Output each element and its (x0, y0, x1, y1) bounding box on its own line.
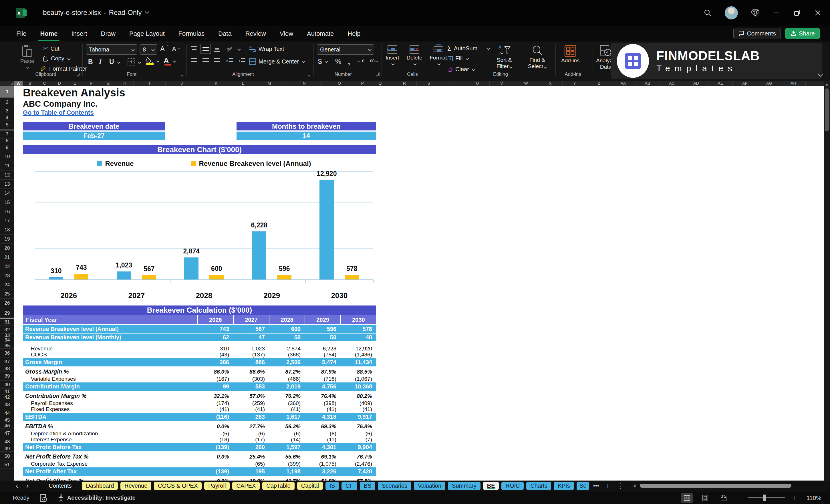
sheet-tab-roic[interactable]: ROIC (501, 482, 524, 490)
horizontal-align-buttons[interactable] (190, 58, 221, 64)
cell[interactable]: (7) (340, 437, 376, 443)
row-header-23[interactable]: 23 (0, 271, 14, 280)
read-only-label[interactable]: Read-Only (109, 8, 142, 17)
cell[interactable]: (6) (340, 431, 376, 437)
cell[interactable]: (116) (197, 414, 233, 420)
menu-tab-draw[interactable]: Draw (100, 29, 116, 39)
merge-center-button[interactable]: Merge & Center (249, 58, 305, 65)
column-header-AB[interactable]: AB (636, 81, 660, 86)
cell[interactable]: 56.3% (269, 423, 305, 430)
cell[interactable]: (14) (269, 437, 305, 443)
row-header-24[interactable]: 24 (0, 280, 14, 289)
cell[interactable]: 32.1% (197, 393, 233, 399)
row-header-10[interactable]: 10 (0, 152, 14, 161)
cell[interactable]: 12,920 (340, 346, 376, 352)
cell[interactable]: 25.4% (233, 454, 269, 460)
cell[interactable]: 9,917 (340, 414, 376, 420)
cell[interactable]: 27.7% (233, 423, 269, 430)
cell[interactable]: (6) (305, 431, 340, 437)
user-avatar[interactable] (725, 6, 738, 20)
insert-cells-button[interactable]: Insert (386, 44, 399, 66)
cell[interactable]: - (197, 461, 233, 467)
cell[interactable]: 596 (305, 326, 340, 333)
cell[interactable]: 10,368 (340, 383, 376, 390)
row-header-4[interactable]: 4 (0, 115, 14, 120)
cell[interactable]: 7,428 (340, 468, 376, 475)
cell[interactable]: 4,756 (305, 383, 340, 390)
cell[interactable]: (41) (305, 406, 340, 412)
row-header-50[interactable]: 50 (0, 452, 14, 461)
select-all-corner[interactable] (0, 81, 14, 86)
accounting-format-button[interactable]: $ (318, 58, 327, 65)
cell[interactable]: 600 (269, 326, 305, 333)
cell[interactable]: 88.5% (340, 369, 376, 375)
search-icon[interactable] (704, 9, 711, 17)
menu-tab-file[interactable]: File (16, 29, 27, 39)
row-header-42[interactable]: 42 (0, 395, 14, 400)
cell[interactable]: 50 (269, 334, 305, 341)
row-header-47[interactable]: 47 (0, 429, 14, 438)
cell[interactable]: (368) (269, 351, 305, 358)
sheet-stats-icon[interactable] (40, 494, 47, 502)
cell[interactable]: (2,476) (340, 461, 376, 467)
cell[interactable]: 57.5% (340, 478, 376, 481)
menu-tab-insert[interactable]: Insert (71, 29, 88, 39)
chevron-down-icon[interactable] (145, 11, 150, 14)
minimize-button[interactable] (773, 9, 780, 17)
cell[interactable]: 4,301 (305, 444, 340, 450)
fiscal-year-label[interactable]: Fiscal Year (23, 315, 197, 324)
decrease-decimal-button[interactable]: .00→ (369, 59, 378, 63)
column-header-A[interactable]: A (14, 81, 23, 86)
column-header-H[interactable]: H (117, 81, 134, 86)
cell[interactable]: (6) (269, 431, 305, 437)
sheet-tab-revenue[interactable]: Revenue (120, 482, 151, 490)
cell[interactable]: (17) (233, 437, 269, 443)
prev-sheet-button[interactable]: ‹ (16, 481, 18, 490)
cell[interactable]: 743 (197, 326, 233, 333)
close-button[interactable] (814, 9, 822, 17)
autosum-button[interactable]: Σ AutoSum (447, 44, 489, 52)
cell[interactable]: 0.0% (197, 423, 233, 430)
italic-button[interactable]: I (99, 58, 101, 65)
decrease-font-button[interactable]: Aˇ (172, 45, 180, 52)
cell[interactable]: (1,486) (340, 351, 376, 358)
row-header-37[interactable]: 37 (0, 358, 14, 366)
column-header-N[interactable]: N (287, 81, 322, 86)
wrap-text-button[interactable]: ab Wrap Text (249, 45, 284, 52)
cell[interactable]: (399) (269, 461, 305, 467)
menu-tab-formulas[interactable]: Formulas (178, 29, 205, 39)
cell[interactable]: (139) (197, 444, 233, 450)
cell[interactable]: 578 (340, 326, 376, 333)
table-of-contents-link[interactable]: Go to Table of Contents (23, 109, 94, 117)
cell[interactable]: (718) (305, 376, 340, 382)
cell[interactable]: 48 (340, 334, 376, 341)
number-format-select[interactable]: General (317, 44, 374, 55)
cell[interactable]: (174) (197, 400, 233, 406)
cell[interactable]: 1,617 (269, 414, 305, 420)
cell[interactable]: 5,474 (305, 359, 340, 366)
column-header-D[interactable]: D (52, 81, 67, 86)
row-header-46[interactable]: 46 (0, 423, 14, 429)
vertical-scroll-thumb[interactable] (825, 88, 829, 131)
row-header-20[interactable]: 20 (0, 244, 14, 253)
column-header-M[interactable]: M (252, 81, 287, 86)
cell[interactable]: (360) (269, 400, 305, 406)
cell[interactable]: 87.2% (269, 369, 305, 375)
cell[interactable]: 86.0% (197, 369, 233, 375)
accessibility-status[interactable]: Accessibility: Investigate (58, 494, 135, 502)
row-header-13[interactable]: 13 (0, 180, 14, 189)
row-header-41[interactable]: 41 (0, 389, 14, 395)
sheet-tab-scenarios[interactable]: Scenarios (378, 482, 411, 490)
column-header-B[interactable]: B (23, 81, 37, 86)
row-header-49[interactable]: 49 (0, 446, 14, 452)
cell[interactable]: (754) (305, 351, 340, 358)
row-header-15[interactable]: 15 (0, 198, 14, 207)
cell[interactable]: 2,506 (269, 359, 305, 366)
sheet-tab-bs[interactable]: BS (360, 482, 376, 490)
fill-color-button[interactable] (145, 57, 154, 64)
cell[interactable]: 1,023 (233, 346, 269, 352)
column-header-E[interactable]: E (67, 81, 83, 86)
zoom-in-button[interactable]: + (792, 494, 796, 502)
row-header-22[interactable]: 22 (0, 262, 14, 271)
cell[interactable]: (398) (305, 400, 340, 406)
